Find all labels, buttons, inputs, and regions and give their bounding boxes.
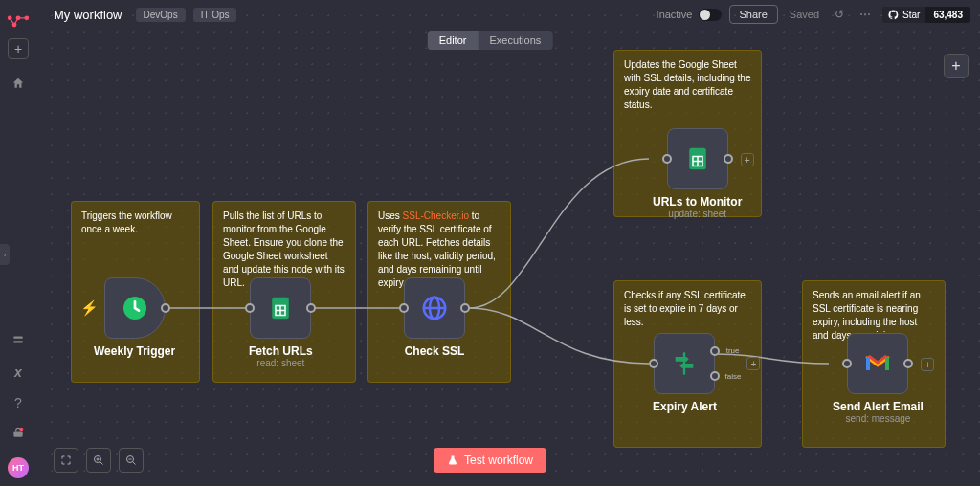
signpost-icon [671, 350, 698, 377]
updates-icon[interactable] [11, 426, 25, 442]
canvas[interactable]: + Triggers the workflow once a week. Pul… [36, 0, 980, 486]
history-icon[interactable]: ↺ [831, 8, 848, 21]
view-tabs: Editor Executions [428, 31, 553, 50]
svg-rect-21 [866, 357, 870, 370]
svg-line-28 [133, 462, 136, 465]
node-subtitle: update: sheet [668, 209, 726, 219]
node-title: Send Alert Email [833, 400, 924, 413]
workflow-status: Inactive [657, 9, 722, 21]
sheets-icon [683, 144, 712, 173]
svg-rect-22 [885, 357, 889, 370]
globe-icon [420, 294, 449, 322]
tag-devops[interactable]: DevOps [136, 8, 186, 22]
saved-label: Saved [790, 9, 819, 20]
variables-icon[interactable]: x [14, 364, 22, 380]
node-expiry-alert[interactable]: true false + Expiry Alert [653, 333, 717, 413]
avatar[interactable]: HT [8, 457, 29, 478]
zoom-in-button[interactable] [86, 448, 111, 473]
more-icon[interactable]: ⋯ [856, 8, 875, 21]
output-port[interactable] [161, 303, 170, 313]
add-connection-button[interactable]: + [746, 357, 760, 370]
node-check-ssl[interactable]: Check SSL [404, 277, 465, 358]
svg-rect-6 [13, 431, 22, 436]
add-workflow-button[interactable]: + [8, 38, 29, 59]
fit-view-button[interactable] [54, 448, 78, 473]
input-port[interactable] [399, 303, 409, 313]
input-port[interactable] [842, 359, 852, 368]
node-title: Check SSL [405, 344, 465, 358]
add-node-button[interactable]: + [944, 54, 969, 78]
node-fetch-urls[interactable]: Fetch URLs read: sheet [249, 277, 313, 368]
flask-icon [447, 454, 458, 466]
output-port[interactable] [903, 359, 913, 368]
output-port-false[interactable] [710, 371, 720, 381]
svg-point-7 [20, 428, 24, 431]
workflow-title[interactable]: My workflow [54, 8, 122, 22]
share-button[interactable]: Share [729, 5, 778, 24]
tag-itops[interactable]: IT Ops [193, 8, 237, 22]
node-title: Expiry Alert [653, 400, 717, 413]
tab-editor[interactable]: Editor [428, 31, 479, 50]
node-title: Weekly Trigger [94, 344, 175, 358]
output-port[interactable] [306, 303, 316, 313]
github-star[interactable]: Star 63,483 [882, 7, 970, 23]
svg-line-24 [100, 462, 103, 465]
topbar: My workflow DevOps IT Ops Inactive Share… [36, 0, 980, 29]
active-toggle[interactable] [699, 9, 722, 21]
help-icon[interactable]: ? [14, 395, 22, 410]
gmail-icon [863, 352, 892, 375]
input-port[interactable] [245, 303, 255, 313]
test-workflow-button[interactable]: Test workflow [434, 448, 546, 473]
node-send-alert-email[interactable]: + Send Alert Email send: message [833, 333, 924, 424]
port-label-false: false [725, 372, 742, 381]
admin-icon[interactable] [11, 333, 25, 349]
node-subtitle: read: sheet [256, 358, 304, 368]
node-title: Fetch URLs [249, 344, 313, 358]
sheets-icon [266, 294, 295, 322]
add-connection-button[interactable]: + [741, 153, 754, 166]
svg-rect-4 [13, 337, 22, 339]
add-connection-button[interactable]: + [921, 358, 934, 371]
bolt-icon: ⚡ [80, 299, 99, 317]
sidebar: + › x ? HT [0, 0, 36, 486]
svg-rect-5 [13, 341, 22, 342]
node-subtitle: send: message [846, 413, 911, 424]
canvas-tools [54, 448, 144, 473]
port-label-true: true [726, 346, 740, 355]
output-port-true[interactable] [710, 346, 720, 356]
zoom-out-button[interactable] [119, 448, 144, 473]
link-ssl-checker[interactable]: SSL-Checker.io [403, 210, 469, 221]
home-icon[interactable] [11, 77, 25, 93]
logo [7, 13, 30, 29]
input-port[interactable] [662, 154, 672, 164]
output-port[interactable] [460, 303, 470, 313]
node-weekly-trigger[interactable]: ⚡ Weekly Trigger [94, 277, 175, 358]
output-port[interactable] [724, 154, 733, 164]
clock-icon [120, 293, 150, 323]
tab-executions[interactable]: Executions [478, 31, 552, 50]
input-port[interactable] [649, 359, 658, 368]
node-urls-to-monitor[interactable]: + URLs to Monitor update: sheet [653, 128, 742, 219]
expand-sidebar-button[interactable]: › [0, 244, 10, 265]
node-title: URLs to Monitor [653, 195, 742, 209]
